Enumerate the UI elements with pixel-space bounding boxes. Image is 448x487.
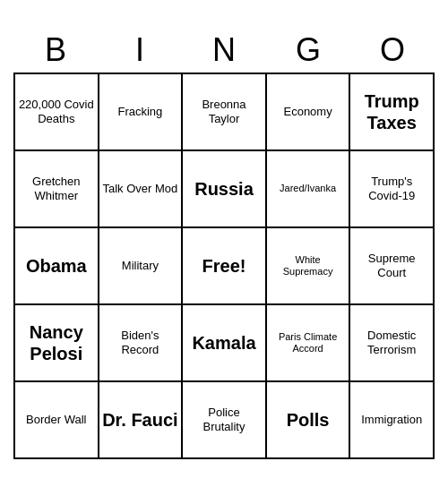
bingo-cell-7: Russia bbox=[183, 151, 267, 228]
header-letter-N: N bbox=[182, 28, 266, 73]
bingo-cell-6: Talk Over Mod bbox=[99, 151, 184, 228]
bingo-cell-16: Biden's Record bbox=[99, 305, 184, 382]
bingo-cell-18: Paris Climate Accord bbox=[267, 305, 351, 382]
bingo-cell-19: Domestic Terrorism bbox=[350, 305, 435, 382]
bingo-cell-2: Breonna Taylor bbox=[183, 74, 267, 151]
header-letter-I: I bbox=[98, 28, 182, 73]
bingo-cell-15: Nancy Pelosi bbox=[15, 305, 99, 382]
bingo-cell-10: Obama bbox=[15, 228, 99, 305]
bingo-cell-9: Trump's Covid-19 bbox=[350, 151, 435, 228]
bingo-cell-4: Trump Taxes bbox=[350, 74, 435, 151]
bingo-cell-21: Dr. Fauci bbox=[99, 382, 184, 459]
bingo-cell-8: Jared/Ivanka bbox=[267, 151, 351, 228]
bingo-card: BINGO 220,000 Covid DeathsFrackingBreonn… bbox=[13, 28, 435, 459]
bingo-cell-20: Border Wall bbox=[15, 382, 99, 459]
bingo-cell-5: Gretchen Whitmer bbox=[15, 151, 99, 228]
bingo-cell-11: Military bbox=[99, 228, 184, 305]
header-letter-B: B bbox=[13, 28, 98, 73]
bingo-cell-1: Fracking bbox=[99, 74, 184, 151]
bingo-cell-0: 220,000 Covid Deaths bbox=[15, 74, 99, 151]
header-letter-O: O bbox=[350, 28, 435, 73]
bingo-cell-3: Economy bbox=[267, 74, 351, 151]
bingo-cell-14: Supreme Court bbox=[350, 228, 435, 305]
header-letter-G: G bbox=[266, 28, 350, 73]
bingo-grid: 220,000 Covid DeathsFrackingBreonna Tayl… bbox=[13, 73, 435, 459]
bingo-cell-22: Police Brutality bbox=[183, 382, 267, 459]
bingo-cell-23: Polls bbox=[267, 382, 351, 459]
bingo-header: BINGO bbox=[13, 28, 435, 73]
bingo-cell-17: Kamala bbox=[183, 305, 267, 382]
bingo-cell-24: Immigration bbox=[350, 382, 435, 459]
bingo-cell-13: White Supremacy bbox=[267, 228, 351, 305]
bingo-cell-12: Free! bbox=[183, 228, 267, 305]
